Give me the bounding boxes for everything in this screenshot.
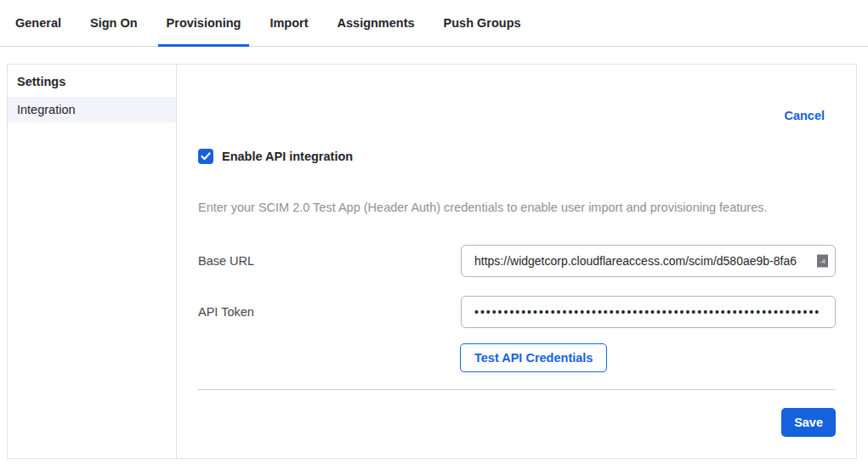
tab-import[interactable]: Import <box>261 0 316 46</box>
sidebar-header: Settings <box>8 65 176 97</box>
credentials-description: Enter your SCIM 2.0 Test App (Header Aut… <box>198 201 836 214</box>
base-url-label: Base URL <box>198 254 461 268</box>
base-url-row: Base URL -4 <box>198 245 836 277</box>
save-button[interactable]: Save <box>781 408 836 437</box>
test-credentials-row: Test API Credentials <box>460 343 836 372</box>
sidebar-item-integration[interactable]: Integration <box>8 97 176 122</box>
tab-push-groups[interactable]: Push Groups <box>435 0 530 46</box>
app-tab-bar: General Sign On Provisioning Import Assi… <box>0 0 868 47</box>
api-token-input-wrap <box>461 296 836 328</box>
api-token-input[interactable] <box>461 296 836 328</box>
api-token-label: API Token <box>198 305 461 319</box>
tab-sign-on[interactable]: Sign On <box>82 0 146 46</box>
form-header-row: Cancel <box>198 65 836 122</box>
integration-settings-form: Cancel Enable API integration Enter your… <box>177 65 856 458</box>
api-token-row: API Token <box>198 296 836 328</box>
tab-general[interactable]: General <box>7 0 70 46</box>
checkmark-icon <box>201 152 211 161</box>
cancel-button[interactable]: Cancel <box>784 109 825 122</box>
enable-api-label: Enable API integration <box>222 150 353 163</box>
provisioning-panel: Settings Integration Cancel Enable API i… <box>7 64 857 459</box>
tab-provisioning[interactable]: Provisioning <box>158 0 250 46</box>
form-footer-row: Save <box>198 408 836 437</box>
enable-api-checkbox[interactable] <box>198 149 213 164</box>
tab-assignments[interactable]: Assignments <box>329 0 423 46</box>
footer-divider <box>198 389 836 390</box>
test-api-credentials-button[interactable]: Test API Credentials <box>460 343 607 372</box>
settings-sidebar: Settings Integration <box>8 65 177 458</box>
base-url-input[interactable] <box>461 245 836 277</box>
enable-api-row: Enable API integration <box>198 149 836 164</box>
base-url-input-wrap: -4 <box>461 245 836 277</box>
